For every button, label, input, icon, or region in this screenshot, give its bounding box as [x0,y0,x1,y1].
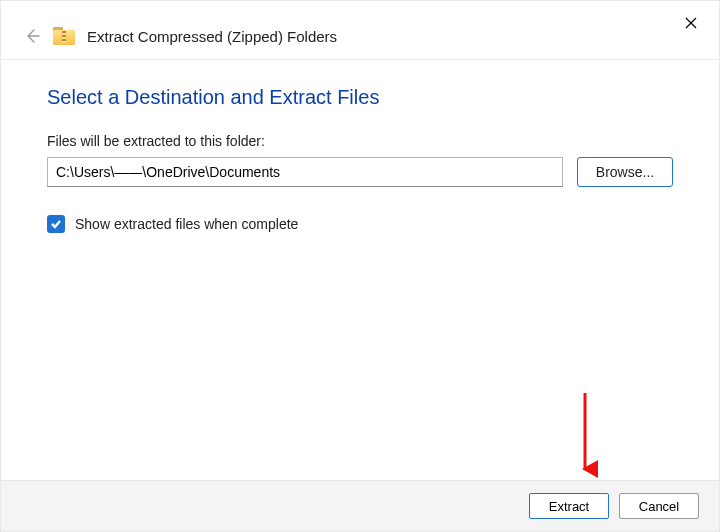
extract-button[interactable]: Extract [529,493,609,519]
wizard-footer: Extract Cancel [1,480,719,531]
show-files-row: Show extracted files when complete [47,215,673,233]
back-button[interactable] [23,27,41,45]
wizard-header: Extract Compressed (Zipped) Folders [1,1,719,60]
destination-row: Browse... [47,157,673,187]
close-button[interactable] [677,9,705,37]
wizard-content: Select a Destination and Extract Files F… [1,60,719,480]
show-files-checkbox[interactable] [47,215,65,233]
destination-label: Files will be extracted to this folder: [47,133,673,149]
zipped-folder-icon [53,27,75,45]
wizard-title: Extract Compressed (Zipped) Folders [87,28,337,45]
destination-input[interactable] [47,157,563,187]
browse-button[interactable]: Browse... [577,157,673,187]
cancel-button[interactable]: Cancel [619,493,699,519]
page-heading: Select a Destination and Extract Files [47,86,673,109]
show-files-label: Show extracted files when complete [75,216,298,232]
extract-wizard-window: Extract Compressed (Zipped) Folders Sele… [0,0,720,532]
